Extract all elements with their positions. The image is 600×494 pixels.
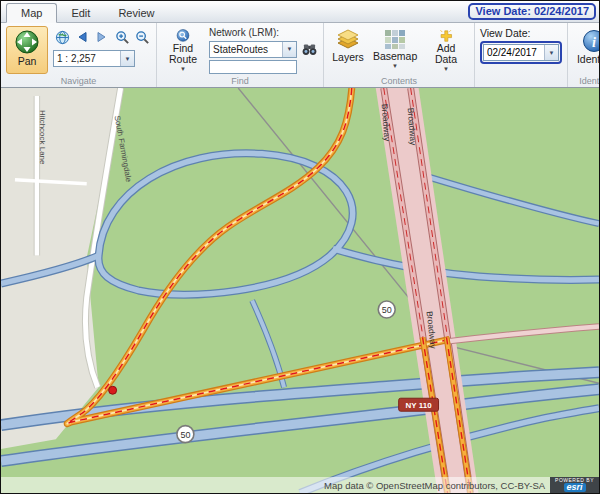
view-date-input[interactable] — [484, 45, 544, 60]
view-date-dropdown-arrow[interactable]: ▼ — [544, 45, 558, 60]
layers-icon — [336, 29, 360, 51]
map-scale-value: 1 : 2,257 — [54, 53, 120, 64]
tab-map[interactable]: Map — [6, 3, 57, 23]
layers-label: Layers — [332, 52, 364, 64]
route-50-shield-upper: 50 — [378, 301, 395, 318]
route-search-input[interactable] — [209, 60, 297, 74]
full-extent-button[interactable] — [53, 28, 71, 46]
scale-dropdown-arrow[interactable]: ▼ — [120, 51, 134, 66]
identify-label: Identify — [577, 54, 600, 66]
view-date-label: View Date: — [480, 27, 562, 39]
map-attribution-text: Map data © OpenStreetMap contributors, C… — [324, 480, 545, 491]
find-route-icon — [172, 29, 194, 42]
find-group-caption: Find — [157, 76, 323, 86]
forward-arrow-icon — [96, 31, 108, 43]
add-data-label: Add Data — [427, 43, 465, 66]
network-value: StateRoutes — [210, 44, 282, 55]
pan-label: Pan — [18, 56, 37, 68]
pan-button[interactable]: Pan — [6, 26, 48, 74]
ribbon-group-contents: Layers Basemap ▼ Add Data ▼ — [324, 23, 475, 87]
ny-110-shield-label: NY 110 — [406, 401, 433, 410]
ny-110-shield: NY 110 — [399, 398, 439, 411]
add-data-dropdown-arrow: ▼ — [443, 67, 449, 71]
ribbon-tab-bar: Map Edit Review View Date: 02/24/2017 — [1, 1, 599, 23]
map-graphics: 50 50 NY 110 Hitchcock Lane South Farmin… — [1, 88, 599, 493]
globe-icon — [55, 30, 70, 45]
view-date-callout: View Date: 02/24/2017 — [468, 3, 596, 20]
contents-group-caption: Contents — [324, 76, 474, 86]
route-50-shield-lower-label: 50 — [180, 430, 190, 440]
point-event-marker[interactable] — [109, 386, 117, 394]
navigate-controls: 1 : 2,257 ▼ — [53, 26, 151, 74]
identify-icon: i — [582, 29, 600, 53]
event-editor-window: Map Edit Review View Date: 02/24/2017 Pa… — [0, 0, 600, 494]
map-attribution-bar: Map data © OpenStreetMap contributors, C… — [1, 477, 599, 493]
zoom-in-button[interactable] — [113, 28, 131, 46]
zoom-in-icon — [115, 30, 130, 45]
zoom-out-icon — [135, 30, 150, 45]
esri-logo: POWERED BY esri — [550, 477, 599, 493]
ribbon-group-find: Find Route ▼ Network (LRM): StateRoutes … — [157, 23, 324, 87]
ribbon-group-view-date: View Date: ▼ — [475, 23, 568, 87]
network-combobox[interactable]: StateRoutes ▼ — [209, 41, 297, 58]
view-date-field-callout: ▼ — [480, 41, 562, 64]
add-data-button[interactable]: Add Data ▼ — [423, 26, 469, 74]
ribbon: Pan — [1, 23, 599, 88]
pan-icon — [14, 29, 40, 55]
ribbon-group-identify: i Identify Identify — [568, 23, 600, 87]
binoculars-icon — [301, 43, 318, 56]
identify-button[interactable]: i Identify — [573, 26, 600, 74]
map-scale-combobox[interactable]: 1 : 2,257 ▼ — [53, 50, 135, 67]
locate-route-button[interactable] — [300, 40, 318, 58]
basemap-icon — [384, 29, 406, 50]
map-canvas[interactable]: 50 50 NY 110 Hitchcock Lane South Farmin… — [1, 88, 599, 493]
tab-review[interactable]: Review — [104, 4, 168, 22]
network-lrm-label: Network (LRM): — [209, 27, 318, 38]
add-data-icon — [435, 29, 457, 42]
ribbon-group-navigate: Pan — [1, 23, 157, 87]
layers-button[interactable]: Layers — [329, 26, 367, 74]
basemap-dropdown-arrow: ▼ — [392, 64, 398, 68]
back-arrow-icon — [76, 31, 88, 43]
svg-text:i: i — [592, 35, 596, 50]
hitchcock-lane-label: Hitchcock Lane — [38, 110, 47, 165]
find-route-dropdown-arrow: ▼ — [180, 67, 186, 71]
identify-group-caption: Identify — [568, 76, 600, 86]
find-route-button[interactable]: Find Route ▼ — [162, 26, 204, 74]
basemap-button[interactable]: Basemap ▼ — [372, 26, 418, 74]
route-50-shield-upper-label: 50 — [382, 305, 392, 315]
next-extent-button[interactable] — [93, 28, 111, 46]
network-dropdown-arrow[interactable]: ▼ — [282, 42, 296, 57]
network-panel: Network (LRM): StateRoutes ▼ — [209, 26, 318, 74]
previous-extent-button[interactable] — [73, 28, 91, 46]
zoom-out-button[interactable] — [133, 28, 151, 46]
route-50-shield-lower: 50 — [177, 426, 194, 443]
basemap-label: Basemap — [373, 51, 417, 63]
esri-logo-text: esri — [564, 483, 586, 492]
tab-edit[interactable]: Edit — [57, 4, 104, 22]
find-route-label: Find Route — [166, 43, 200, 66]
view-date-picker[interactable]: ▼ — [483, 44, 559, 61]
navigate-group-caption: Navigate — [1, 76, 156, 86]
